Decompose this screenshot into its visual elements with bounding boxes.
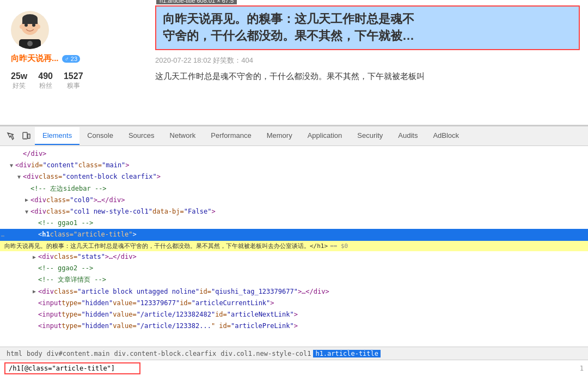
element-line[interactable]: <!-- 文章详情页 --> (0, 274, 588, 286)
stat-funny-number: 25w (11, 71, 27, 81)
tab-performance[interactable]: Performance (203, 127, 259, 145)
stat-fans-label: 粉丝 (39, 81, 52, 90)
svg-point-7 (32, 23, 35, 27)
stat-posts: 1527 糗事 (64, 71, 83, 90)
tab-application[interactable]: Application (300, 127, 350, 145)
svg-point-4 (20, 25, 24, 29)
username[interactable]: 向昨天说再... (11, 53, 59, 64)
svg-point-12 (24, 138, 26, 139)
tab-elements[interactable]: Elements (35, 127, 79, 145)
element-size-badge: h1.article-title 608.01 × 67.5 (156, 0, 237, 4)
elements-panel[interactable]: </div> <div id="content" class="main" > … (0, 146, 588, 347)
svg-point-9 (27, 41, 33, 46)
triangle-icon[interactable] (30, 287, 38, 296)
gender-badge: ♂ 23 (62, 55, 81, 63)
tab-audits[interactable]: Audits (390, 127, 425, 145)
article-content-preview: 这几天工作时总是魂不守舍的，干什么都没劲。果不其然，下午就被老板叫 (155, 70, 580, 83)
svg-rect-11 (28, 134, 30, 138)
stat-posts-label: 糗事 (67, 81, 80, 90)
breadcrumb-body[interactable]: body (24, 350, 45, 357)
tab-adblock[interactable]: AdBlock (425, 127, 467, 145)
element-line[interactable]: <input type="hidden" value="/article/123… (0, 309, 588, 320)
article-title-text: 向昨天说再见。的糗事：这几天工作时总是魂不守舍的，干什么都没劲。果不其然，下午就… (163, 11, 572, 45)
devtools-tabs: Elements Console Sources Network Perform… (35, 127, 467, 145)
tab-network[interactable]: Network (162, 127, 204, 145)
triangle-icon[interactable] (30, 253, 38, 262)
stat-funny: 25w 好笑 (11, 71, 27, 90)
element-line[interactable]: <!-- ggao1 --> (0, 217, 588, 229)
svg-rect-10 (23, 132, 27, 139)
svg-point-6 (24, 23, 28, 27)
dots-indicator: … (1, 231, 4, 239)
username-row: 向昨天说再... ♂ 23 (11, 53, 80, 64)
article-meta: 2020-07-22 18:02 好笑数：404 (155, 56, 580, 65)
article-content-area: h1.article-title 608.01 × 67.5 向昨天说再见。的糗… (147, 0, 588, 125)
devtools-toolbar: Elements Console Sources Network Perform… (0, 126, 588, 146)
tab-sources[interactable]: Sources (121, 127, 162, 145)
triangle-icon[interactable] (23, 196, 30, 204)
element-line[interactable]: <div class="content-block clearfix" > (0, 171, 588, 183)
element-line[interactable]: <!-- ggao2 --> (0, 263, 588, 274)
stat-funny-label: 好笑 (13, 81, 26, 90)
element-line[interactable]: <div class="col0" >…</div> (0, 195, 588, 206)
line-number: 1 (580, 365, 584, 372)
breadcrumb-content-block[interactable]: div.content-block.clearfix (112, 350, 218, 357)
breadcrumb-bar: html body div#content.main div.content-b… (0, 347, 588, 360)
element-line[interactable]: <div class="stats" >…</div> (0, 251, 588, 263)
article-title-box: h1.article-title 608.01 × 67.5 向昨天说再见。的糗… (155, 5, 580, 50)
h1-element-line[interactable]: … <h1 class="article-title" > (0, 229, 588, 240)
tab-console[interactable]: Console (79, 127, 121, 145)
element-line[interactable]: <div class="article block untagged nolin… (0, 286, 588, 298)
device-toggle-icon[interactable] (20, 130, 33, 143)
bottom-bar: 1 (0, 360, 588, 376)
stats-row: 25w 好笑 490 粉丝 1527 糗事 (11, 71, 83, 90)
element-line[interactable]: <!-- 左边sidebar --> (0, 183, 588, 195)
profile-sidebar: 向昨天说再... ♂ 23 25w 好笑 490 粉丝 1527 糗事 (0, 0, 147, 125)
stat-posts-number: 1527 (64, 71, 83, 81)
page-area: 向昨天说再... ♂ 23 25w 好笑 490 粉丝 1527 糗事 h1.a… (0, 0, 588, 125)
avatar (11, 11, 49, 49)
triangle-icon[interactable] (8, 161, 15, 170)
element-line[interactable]: <input type="hidden" value="123379677" i… (0, 298, 588, 309)
svg-point-5 (36, 25, 40, 29)
xpath-input[interactable] (4, 362, 140, 374)
breadcrumb-col1[interactable]: div.col1.new-style-col1 (218, 350, 313, 357)
tab-memory[interactable]: Memory (259, 127, 300, 145)
breadcrumb-h1[interactable]: h1.article-title (313, 350, 381, 357)
breadcrumb-html[interactable]: html (4, 350, 24, 357)
h1-content-line[interactable]: 向昨天说再见。的糗事：这几天工作时总是魂不守舍的，干什么都没劲。果不其然，下午就… (0, 241, 588, 252)
element-line[interactable]: </div> (0, 148, 588, 160)
stat-fans-number: 490 (38, 71, 53, 81)
stat-fans: 490 粉丝 (38, 71, 53, 90)
inspect-icon[interactable] (4, 130, 17, 143)
breadcrumb-content-main[interactable]: div#content.main (45, 350, 112, 357)
triangle-icon[interactable] (15, 173, 23, 181)
element-line[interactable]: <input type="hidden" value="/article/123… (0, 320, 588, 332)
element-line[interactable]: <div id="content" class="main" > (0, 160, 588, 171)
element-line[interactable]: <div class="col1 new-style-col1" data-bj… (0, 206, 588, 217)
triangle-icon[interactable] (23, 208, 30, 216)
svg-rect-3 (22, 19, 38, 24)
devtools-panel: Elements Console Sources Network Perform… (0, 125, 588, 376)
tab-security[interactable]: Security (350, 127, 390, 145)
